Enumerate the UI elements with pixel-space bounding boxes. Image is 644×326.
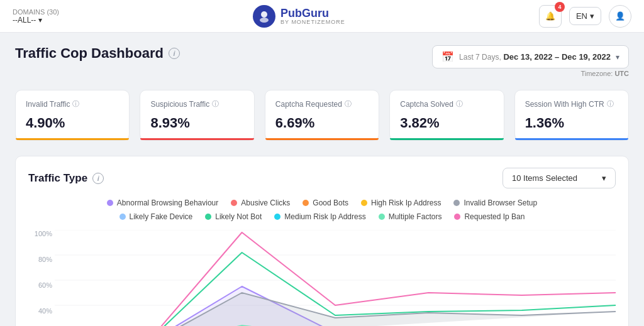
timezone-display: Timezone: UTC (580, 70, 629, 77)
svg-point-1 (260, 18, 269, 23)
domain-select-value: --ALL-- (13, 16, 36, 24)
legend-item: Good Bots (303, 198, 348, 207)
metric-card-invalid-traffic: Invalid Traffic ⓘ 4.90% (15, 90, 130, 141)
domain-selector-area: DOMAINS (30) --ALL-- ▾ (13, 8, 59, 24)
legend-dot (205, 214, 211, 220)
metric-value: 1.36% (525, 115, 618, 131)
metric-info-icon[interactable]: ⓘ (72, 99, 79, 109)
legend-item: Invalid Browser Setup (453, 198, 537, 207)
legend-dot (361, 200, 367, 206)
domain-select-button[interactable]: --ALL-- ▾ (13, 16, 59, 24)
legend-dot (379, 214, 385, 220)
page-title: Traffic Cop Dashboard (15, 45, 164, 62)
section-info-icon[interactable]: i (92, 173, 104, 184)
dashboard-title-area: Traffic Cop Dashboard i (15, 45, 180, 62)
topnav: DOMAINS (30) --ALL-- ▾ PubGuru BY MONETI… (0, 0, 644, 33)
legend-label: Requested Ip Ban (464, 212, 525, 221)
legend-label: Abusive Clicks (241, 198, 290, 207)
notifications-button[interactable]: 🔔 4 (539, 5, 562, 28)
section-title-text: Traffic Type (28, 172, 87, 185)
legend-label: Likely Fake Device (130, 212, 193, 221)
metric-title: Captcha Requested ⓘ (275, 99, 369, 109)
metric-info-icon[interactable]: ⓘ (456, 99, 463, 109)
dashboard-header: Traffic Cop Dashboard i 📅 Last 7 Days, D… (15, 45, 629, 77)
metric-value: 8.93% (150, 115, 243, 131)
legend-label: Multiple Factors (389, 212, 442, 221)
svg-point-0 (261, 11, 267, 18)
metrics-row: Invalid Traffic ⓘ 4.90% Suspicious Traff… (15, 90, 629, 141)
legend-dot (454, 214, 460, 220)
legend-label: Invalid Browser Setup (464, 198, 537, 207)
chart-container: 100%80%60%40%20%0% (28, 230, 616, 326)
legend-dot (274, 214, 280, 220)
logo-avatar (253, 5, 275, 28)
y-axis-label: 40% (28, 307, 52, 315)
metric-info-icon[interactable]: ⓘ (607, 99, 614, 109)
metric-info-icon[interactable]: ⓘ (212, 99, 219, 109)
date-chevron-icon: ▾ (616, 53, 619, 62)
date-range-text: Last 7 Days, Dec 13, 2022 – Dec 19, 2022 (459, 52, 611, 62)
bell-icon: 🔔 (545, 11, 555, 21)
chart-plot: 13 Dec14 Dec15 Dec16 Dec17 Dec18 Dec19 D… (55, 230, 616, 326)
legend-dot (303, 200, 309, 206)
domain-count-label: DOMAINS (30) (13, 8, 59, 16)
metric-card-session-high-ctr: Session With High CTR ⓘ 1.36% (514, 90, 629, 141)
metric-value: 6.69% (275, 115, 369, 131)
user-icon: 👤 (615, 11, 625, 21)
metric-title: Suspicious Traffic ⓘ (150, 99, 243, 109)
y-axis-label: 100% (28, 230, 52, 237)
items-selected-label: 10 Items Selected (512, 173, 577, 183)
legend-dot (453, 200, 460, 206)
metric-title: Invalid Traffic ⓘ (26, 99, 119, 109)
chart-svg (55, 230, 616, 326)
logo-text: PubGuru BY MONETIZEMORE (280, 8, 345, 25)
legend-item: Requested Ip Ban (454, 212, 525, 221)
metric-info-icon[interactable]: ⓘ (345, 99, 352, 109)
legend-item: Abusive Clicks (231, 198, 290, 207)
pubguru-logo: PubGuru BY MONETIZEMORE (253, 5, 345, 28)
metric-card-captcha-solved: Captcha Solved ⓘ 3.82% (389, 90, 504, 141)
legend-label: Abnormal Browsing Behaviour (117, 198, 218, 207)
y-axis-label: 60% (28, 281, 52, 289)
legend-label: Likely Not Bot (215, 212, 262, 221)
items-chevron-icon: ▾ (602, 173, 606, 183)
date-range-button[interactable]: 📅 Last 7 Days, Dec 13, 2022 – Dec 19, 20… (432, 45, 629, 68)
legend-dot (231, 200, 237, 206)
main-content: Traffic Cop Dashboard i 📅 Last 7 Days, D… (0, 33, 644, 326)
section-title-area: Traffic Type i (28, 172, 104, 185)
calendar-icon: 📅 (441, 51, 454, 63)
language-selector[interactable]: EN ▾ (569, 7, 601, 25)
logo-title: PubGuru (280, 8, 345, 19)
title-info-icon[interactable]: i (169, 48, 180, 59)
user-profile-button[interactable]: 👤 (609, 5, 631, 28)
legend-dot (119, 214, 126, 220)
legend-item: Likely Fake Device (119, 212, 193, 221)
notification-badge: 4 (555, 2, 565, 12)
logo-subtitle: BY MONETIZEMORE (280, 19, 345, 25)
legend-item: High Risk Ip Address (361, 198, 441, 207)
date-area: 📅 Last 7 Days, Dec 13, 2022 – Dec 19, 20… (432, 45, 629, 77)
legend-item: Medium Risk Ip Address (274, 212, 365, 221)
lang-chevron-icon: ▾ (590, 11, 594, 21)
legend-item: Likely Not Bot (205, 212, 262, 221)
chart-legend: Abnormal Browsing BehaviourAbusive Click… (28, 198, 616, 221)
metric-value: 3.82% (400, 115, 493, 131)
date-range-label: Last 7 Days, Dec 13, 2022 – Dec 19, 2022 (459, 52, 611, 62)
language-value: EN (576, 11, 587, 21)
traffic-section: Traffic Type i 10 Items Selected ▾ Abnor… (15, 156, 629, 326)
topnav-actions: 🔔 4 EN ▾ 👤 (539, 5, 631, 28)
metric-value: 4.90% (26, 115, 119, 131)
traffic-header: Traffic Type i 10 Items Selected ▾ (28, 168, 616, 188)
y-axis-label: 80% (28, 256, 52, 263)
legend-item: Multiple Factors (379, 212, 442, 221)
metric-title: Captcha Solved ⓘ (400, 99, 493, 109)
domain-chevron-icon: ▾ (38, 16, 42, 24)
y-axis: 100%80%60%40%20%0% (28, 230, 55, 326)
legend-label: Medium Risk Ip Address (284, 212, 365, 221)
legend-item: Abnormal Browsing Behaviour (107, 198, 218, 207)
metric-card-suspicious-traffic: Suspicious Traffic ⓘ 8.93% (140, 90, 254, 141)
legend-label: Good Bots (313, 198, 348, 207)
logo-area: PubGuru BY MONETIZEMORE (253, 5, 345, 28)
metric-title: Session With High CTR ⓘ (525, 99, 618, 109)
items-select-button[interactable]: 10 Items Selected ▾ (502, 168, 616, 188)
